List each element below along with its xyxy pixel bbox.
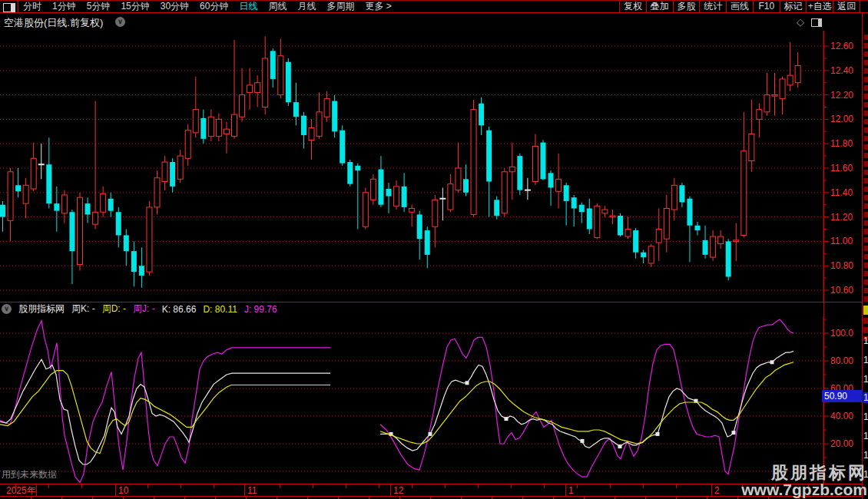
- j-value-label: J: 99.76: [244, 304, 277, 315]
- price-label-10.60: 10.60: [830, 285, 863, 296]
- period-tab-30分钟[interactable]: 30分钟: [161, 1, 189, 12]
- k-value-label: K: 86.66: [162, 304, 197, 315]
- layout-panel-icon[interactable]: [3, 3, 15, 12]
- diamond-icon[interactable]: ◇: [797, 16, 804, 28]
- month-label-12: 12: [393, 485, 403, 496]
- minor-tick: [412, 484, 412, 488]
- action-button-标记[interactable]: 标记: [780, 1, 807, 12]
- period-tab-月线[interactable]: 月线: [297, 1, 316, 12]
- major-tick: [244, 484, 245, 496]
- minor-tick: [445, 484, 446, 488]
- period-tab-5分钟[interactable]: 5分钟: [87, 1, 111, 12]
- kdj-indicator-chart[interactable]: [0, 316, 830, 484]
- indicator-label-80.00: 80.00: [830, 355, 863, 366]
- minor-tick: [48, 484, 49, 488]
- trading-app-window: 分时1分钟5分钟15分钟30分钟60分钟日线周线月线多周期更多 > 复权叠加多股…: [0, 0, 868, 499]
- minor-tick: [15, 484, 16, 488]
- d-value-label: D: 80.11: [203, 304, 237, 315]
- major-tick: [565, 484, 566, 496]
- clipped-quote-digit: 1: [863, 335, 868, 346]
- minor-tick: [577, 484, 578, 488]
- minor-tick: [313, 484, 313, 488]
- top-toolbar: 分时1分钟5分钟15分钟30分钟60分钟日线周线月线多周期更多 > 复权叠加多股…: [0, 0, 868, 13]
- minor-tick: [181, 484, 181, 488]
- month-label-1: 1: [568, 485, 574, 496]
- month-label-2: 2: [714, 485, 720, 496]
- candlestick-chart[interactable]: [0, 31, 830, 302]
- price-label-11.40: 11.40: [830, 187, 863, 198]
- minor-tick: [280, 484, 280, 488]
- month-label-11: 11: [247, 485, 257, 496]
- indicator-label-100.0: 100.0: [830, 328, 863, 339]
- price-label-12.20: 12.20: [830, 90, 863, 101]
- future-data-note: 用到未来数据: [2, 468, 57, 481]
- clipped-quote-digit: 1: [863, 355, 868, 365]
- price-label-12.40: 12.40: [830, 65, 863, 76]
- clipped-right-panel: 11111111: [862, 13, 868, 499]
- chevron-down-icon[interactable]: ∨: [115, 17, 125, 27]
- action-button-多股[interactable]: 多股: [673, 1, 700, 12]
- clipped-quote-digit: 1: [863, 374, 868, 385]
- minor-tick: [676, 484, 677, 488]
- minor-tick: [511, 484, 512, 488]
- period-tab-多周期[interactable]: 多周期: [326, 1, 354, 12]
- minor-tick: [478, 484, 479, 488]
- period-tab-更多 >[interactable]: 更多 >: [365, 1, 391, 12]
- collapse-icon[interactable]: ∨: [2, 304, 12, 314]
- indicator-site-label: 股朋指标网: [18, 302, 65, 316]
- minor-tick: [214, 484, 214, 488]
- major-tick: [711, 484, 712, 496]
- period-tab-60分钟[interactable]: 60分钟: [200, 1, 228, 12]
- action-button-返回[interactable]: 返回: [833, 1, 860, 12]
- price-label-11.60: 11.60: [830, 163, 863, 173]
- price-label-11.20: 11.20: [830, 212, 863, 223]
- action-button-叠加[interactable]: 叠加: [646, 1, 673, 12]
- weekly-k-label: 周K: -: [71, 302, 95, 316]
- weekly-d-label: 周D: -: [102, 302, 126, 316]
- watermark-site: 股朋指标网: [741, 464, 867, 481]
- action-button-复权[interactable]: 复权: [619, 1, 646, 12]
- year-label: 2025年: [6, 485, 36, 496]
- toolbar-actions: 复权叠加多股统计画线F10标记+自选返回: [619, 1, 860, 12]
- indicator-last-value-badge: 50.90: [822, 390, 863, 402]
- clipped-quote-digit: 1: [863, 431, 868, 441]
- major-tick: [115, 484, 116, 496]
- period-tab-15分钟[interactable]: 15分钟: [121, 1, 149, 12]
- minor-tick: [379, 484, 379, 488]
- period-tab-1分钟[interactable]: 1分钟: [52, 1, 76, 12]
- action-button-+自选[interactable]: +自选: [806, 1, 833, 12]
- indicator-label-20.00: 20.00: [830, 438, 863, 449]
- minor-tick: [81, 484, 82, 488]
- period-tabs: 分时1分钟5分钟15分钟30分钟60分钟日线周线月线多周期更多 >: [23, 1, 392, 12]
- watermark: 股朋指标网 www.7gpzb.com: [741, 464, 867, 498]
- axis-border: [823, 31, 824, 484]
- action-button-画线[interactable]: 画线: [726, 1, 753, 12]
- period-tab-日线[interactable]: 日线: [239, 1, 257, 12]
- price-label-12.00: 12.00: [830, 114, 863, 124]
- period-tab-分时[interactable]: 分时: [23, 1, 41, 12]
- clipped-quote-digit: 1: [863, 392, 868, 403]
- panel-toggle-icon[interactable]: [811, 18, 822, 27]
- action-button-统计[interactable]: 统计: [699, 1, 726, 12]
- clipped-quote-digit: 1: [863, 450, 868, 461]
- indicator-label-40.00: 40.00: [830, 411, 863, 421]
- price-label-10.80: 10.80: [830, 260, 863, 271]
- price-label-11.00: 11.00: [830, 236, 863, 246]
- period-tab-周线[interactable]: 周线: [268, 1, 287, 12]
- major-tick: [390, 484, 391, 496]
- watermark-url: www.7gpzb.com: [741, 481, 867, 498]
- month-label-10: 10: [118, 485, 128, 496]
- symbol-title: 空港股份(日线.前复权): [4, 16, 103, 30]
- minor-tick: [346, 484, 346, 488]
- title-bar: 空港股份(日线.前复权) ∨ ◇: [0, 14, 862, 31]
- indicator-header: ∨ 股朋指标网 周K: - 周D: - 周J: - K: 86.66 D: 80…: [0, 302, 277, 316]
- minor-tick: [147, 484, 148, 488]
- toolbar-separator: [18, 1, 18, 12]
- minor-tick: [610, 484, 611, 488]
- time-axis: 2025年10111212: [0, 484, 862, 497]
- action-button-F10[interactable]: F10: [753, 1, 780, 12]
- minor-tick: [643, 484, 644, 488]
- year-tick: [36, 484, 37, 496]
- price-label-12.60: 12.60: [830, 41, 863, 51]
- clipped-yellow-glyph: [863, 306, 868, 315]
